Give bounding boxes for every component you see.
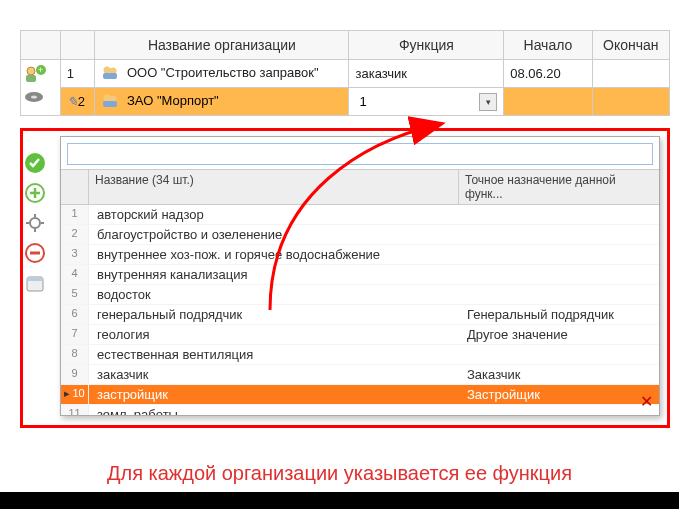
table-row[interactable]: ✎2 ЗАО "Морпорт" 1 ▾ [21,88,670,116]
dropdown-item-name: геология [89,325,459,344]
dropdown-item-num: 5 [61,285,89,304]
dropdown-header-name[interactable]: Название (34 шт.) [89,170,459,204]
dropdown-item-name: естественная вентиляция [89,345,459,364]
org-name-cell[interactable]: ЗАО "Морпорт" [95,88,349,116]
dropdown-item-name: авторский надзор [89,205,459,224]
dropdown-item[interactable]: 1авторский надзор [61,205,659,225]
col-header-end[interactable]: Окончан [592,31,669,60]
dropdown-item[interactable]: 2благоустройство и озеленение [61,225,659,245]
dropdown-item-num: 7 [61,325,89,344]
dropdown-item-name: внутренняя канализация [89,265,459,284]
svg-point-6 [104,67,111,74]
func-value: 1 [355,94,479,109]
dropdown-item-num: 4 [61,265,89,284]
dropdown-item-num: 6 [61,305,89,324]
dropdown-item-num: 11 [61,405,89,415]
chevron-down-icon[interactable]: ▾ [479,93,497,111]
dropdown-item-purpose [459,405,659,415]
plus-icon[interactable] [22,180,48,206]
dropdown-item-num: 2 [61,225,89,244]
dropdown-item[interactable]: 3внутреннее хоз-пож. и горячее водоснабж… [61,245,659,265]
col-header-start[interactable]: Начало [504,31,592,60]
dropdown-item-num: 10 [61,385,89,404]
main-area: Название организации Функция Начало Окон… [20,30,670,116]
minus-icon[interactable] [22,240,48,266]
svg-text:+: + [38,65,43,75]
svg-point-0 [27,67,35,75]
row-num: 1 [60,60,95,88]
org-table-body: + 1 ООО "Строительство заправок" заказчи… [21,60,670,116]
dropdown-item-name: внутреннее хоз-пож. и горячее водоснабже… [89,245,459,264]
dropdown-header: Название (34 шт.) Точное назначение данн… [61,169,659,205]
org-mini-icon [101,64,119,83]
dropdown-list: 1авторский надзор2благоустройство и озел… [61,205,659,415]
dropdown-item-num: 1 [61,205,89,224]
func-dropdown-cell[interactable]: 1 ▾ [349,88,504,116]
end-cell[interactable] [592,88,669,116]
dropdown-header-purpose[interactable]: Точное назначение данной функ... [459,170,659,204]
close-icon[interactable]: ✕ [640,392,653,411]
gear-icon[interactable] [22,210,48,236]
table-row[interactable]: + 1 ООО "Строительство заправок" заказчи… [21,60,670,88]
dropdown-item[interactable]: 11земл. работы [61,405,659,415]
slide-caption: Для каждой организации указывается ее фу… [0,458,679,485]
dropdown-item-purpose: Другое значение [459,325,659,344]
svg-rect-11 [103,101,117,107]
row-num: ✎2 [60,88,95,116]
dropdown-item-num: 9 [61,365,89,384]
col-header-icons [21,31,61,60]
dropdown-item-name: благоустройство и озеленение [89,225,459,244]
svg-point-14 [30,218,40,228]
start-cell[interactable] [504,88,592,116]
dropdown-item[interactable]: 6генеральный подрядчикГенеральный подряд… [61,305,659,325]
dropdown-item-name: водосток [89,285,459,304]
disk-icon[interactable] [23,88,43,106]
func-cell[interactable]: заказчик [349,60,504,88]
org-mini-icon [101,92,119,111]
dropdown-item-name: земл. работы [89,405,459,415]
dropdown-item[interactable]: 4внутренняя канализация [61,265,659,285]
svg-point-5 [31,95,37,98]
start-cell[interactable]: 08.06.20 [504,60,592,88]
calendar-icon[interactable] [22,270,48,296]
col-header-num [60,31,95,60]
dropdown-item-purpose [459,345,659,364]
dropdown-item-num: 3 [61,245,89,264]
dropdown-item[interactable]: 8естественная вентиляция [61,345,659,365]
end-cell[interactable] [592,60,669,88]
svg-rect-8 [103,73,117,79]
dropdown-item[interactable]: 7геологияДругое значение [61,325,659,345]
add-user-icon[interactable]: + [23,64,43,82]
dropdown-item-purpose [459,225,659,244]
dropdown-item-purpose: Генеральный подрядчик [459,305,659,324]
dropdown-item[interactable]: 5водосток [61,285,659,305]
left-toolbar [22,146,56,300]
dropdown-item-num: 8 [61,345,89,364]
org-table: Название организации Функция Начало Окон… [20,30,670,116]
function-dropdown: Название (34 шт.) Точное назначение данн… [60,136,660,416]
col-header-org[interactable]: Название организации [95,31,349,60]
col-header-func[interactable]: Функция [349,31,504,60]
dropdown-item-purpose: Заказчик [459,365,659,384]
dropdown-item-purpose [459,285,659,304]
svg-rect-1 [26,75,36,82]
dropdown-item[interactable]: 10застройщикЗастройщик [61,385,659,405]
org-name-cell[interactable]: ООО "Строительство заправок" [95,60,349,88]
dropdown-item-purpose: Застройщик [459,385,659,404]
dropdown-item[interactable]: 9заказчикЗаказчик [61,365,659,385]
svg-rect-22 [27,277,43,281]
ok-icon[interactable] [22,150,48,176]
dropdown-search-input[interactable] [67,143,653,165]
bottom-bar [0,492,679,509]
org-name: ООО "Строительство заправок" [127,65,319,80]
dropdown-item-name: застройщик [89,385,459,404]
dropdown-item-purpose [459,265,659,284]
svg-point-9 [104,95,111,102]
dropdown-item-purpose [459,245,659,264]
dropdown-item-purpose [459,205,659,224]
org-name: ЗАО "Морпорт" [127,93,219,108]
dropdown-item-name: генеральный подрядчик [89,305,459,324]
dropdown-item-name: заказчик [89,365,459,384]
